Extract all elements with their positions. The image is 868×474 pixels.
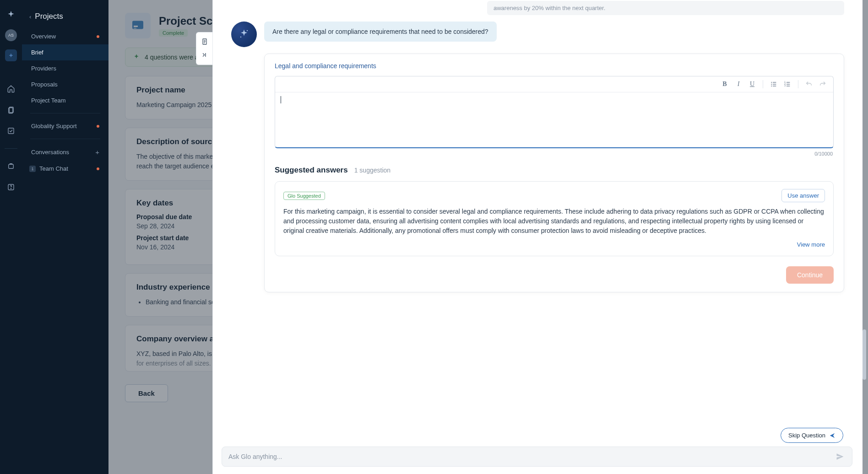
- sidebar-item-label: Overview: [31, 33, 56, 40]
- bold-button[interactable]: B: [720, 79, 730, 89]
- editor-toolbar: B I U 123: [275, 76, 833, 92]
- inbox-icon[interactable]: [5, 160, 17, 172]
- svg-point-14: [771, 84, 772, 85]
- assistant-message-row: Are there any legal or compliance requir…: [231, 22, 844, 47]
- collapse-right-icon[interactable]: [201, 52, 208, 59]
- check-square-icon[interactable]: [5, 124, 17, 137]
- avatar-initials: AS: [8, 33, 14, 38]
- toolbar-separator: [763, 80, 763, 88]
- scrollbar-thumb[interactable]: [863, 329, 866, 380]
- suggested-count: 1 suggestion: [354, 167, 391, 174]
- suggestion-card: Glo Suggested Use answer For this market…: [275, 181, 834, 256]
- svg-rect-15: [773, 84, 776, 84]
- skip-question-button[interactable]: Skip Question: [781, 428, 843, 443]
- rail-separator: [5, 148, 17, 149]
- view-more-link[interactable]: View more: [797, 241, 825, 248]
- sidebar-item-overview[interactable]: Overview: [22, 28, 108, 44]
- continue-button[interactable]: Continue: [786, 266, 834, 284]
- help-icon[interactable]: [5, 181, 17, 194]
- sidebar-separator: [30, 113, 100, 113]
- document-icon[interactable]: [201, 38, 208, 45]
- svg-text:3: 3: [784, 85, 786, 87]
- sidebar-item-label: Conversations: [31, 149, 69, 156]
- editor-textarea[interactable]: [275, 92, 833, 147]
- suggested-answers-header: Suggested answers 1 suggestion: [275, 166, 834, 175]
- user-avatar[interactable]: AS: [5, 29, 17, 41]
- clipboard-icon[interactable]: [5, 103, 17, 116]
- scrollbar-track: [863, 0, 867, 474]
- chat-panel: awareness by 20% within the next quarter…: [212, 0, 863, 474]
- svg-rect-2: [8, 128, 14, 134]
- sidebar-separator: [30, 139, 100, 139]
- chat-body[interactable]: awareness by 20% within the next quarter…: [213, 0, 863, 474]
- sidebar-item-support[interactable]: Globality Support: [22, 118, 108, 134]
- use-answer-button[interactable]: Use answer: [781, 189, 825, 202]
- toolbar-separator: [798, 80, 798, 88]
- svg-point-10: [247, 30, 248, 31]
- answer-field-label: Legal and compliance requirements: [275, 62, 834, 70]
- svg-point-16: [771, 86, 772, 86]
- sidebar-item-label: Proposals: [31, 81, 58, 88]
- svg-point-11: [240, 37, 241, 38]
- add-button[interactable]: [5, 49, 17, 61]
- glo-suggested-chip: Glo Suggested: [283, 192, 325, 200]
- team-chat-badge: 1: [29, 166, 36, 172]
- chat-input[interactable]: [228, 453, 835, 460]
- glo-avatar: [231, 22, 257, 47]
- sidebar-conversations-header[interactable]: Conversations +: [22, 144, 108, 161]
- suggested-title: Suggested answers: [275, 166, 348, 175]
- redo-button[interactable]: [818, 79, 828, 89]
- notification-dot-icon: [97, 125, 99, 128]
- chevron-left-icon: ‹: [29, 13, 31, 20]
- suggestion-text: For this marketing campaign, it is essen…: [283, 207, 825, 236]
- add-conversation-icon[interactable]: +: [95, 148, 99, 156]
- svg-rect-21: [787, 84, 790, 84]
- app-logo-icon[interactable]: [5, 8, 17, 21]
- svg-rect-23: [787, 86, 790, 86]
- panel-collapse-tab: [196, 32, 212, 65]
- notification-dot-icon: [97, 35, 99, 38]
- svg-rect-3: [9, 164, 14, 168]
- sidebar-item-label: Providers: [31, 65, 56, 72]
- svg-point-5: [11, 188, 11, 189]
- chat-input-bar: [222, 447, 852, 467]
- ordered-list-button[interactable]: 123: [782, 79, 792, 89]
- sidebar-item-label: Globality Support: [31, 123, 77, 129]
- underline-button[interactable]: U: [747, 79, 757, 89]
- sidebar: ‹ Projects Overview Brief Providers Prop…: [22, 0, 108, 474]
- character-count: 0/10000: [275, 148, 834, 156]
- undo-button[interactable]: [804, 79, 814, 89]
- text-cursor: [281, 96, 281, 103]
- send-button[interactable]: [835, 451, 846, 462]
- svg-rect-13: [773, 82, 776, 82]
- sidebar-item-label: Brief: [31, 49, 43, 56]
- home-icon[interactable]: [5, 82, 17, 95]
- rich-text-editor: B I U 123: [275, 76, 834, 148]
- question-bubble: Are there any legal or compliance requir…: [264, 22, 497, 42]
- sparkle-icon: [238, 28, 250, 41]
- send-icon: [829, 432, 835, 439]
- sidebar-item-project-team[interactable]: Project Team: [22, 92, 108, 108]
- bullet-list-button[interactable]: [769, 79, 779, 89]
- sidebar-back[interactable]: ‹ Projects: [22, 8, 108, 28]
- sidebar-item-label: Project Team: [31, 97, 66, 104]
- italic-button[interactable]: I: [733, 79, 743, 89]
- sidebar-item-team-chat[interactable]: 1 Team Chat: [22, 161, 108, 177]
- sidebar-item-label: Team Chat: [39, 165, 68, 172]
- notification-dot-icon: [97, 167, 99, 170]
- svg-point-12: [771, 82, 772, 83]
- answer-card: Legal and compliance requirements B I U …: [264, 54, 844, 292]
- previous-answer-snippet: awareness by 20% within the next quarter…: [487, 1, 844, 15]
- icon-rail: AS: [0, 0, 22, 474]
- skip-label: Skip Question: [788, 432, 825, 439]
- sidebar-title: Projects: [35, 12, 63, 21]
- sidebar-item-brief[interactable]: Brief: [22, 44, 108, 60]
- sidebar-item-providers[interactable]: Providers: [22, 60, 108, 76]
- sidebar-item-proposals[interactable]: Proposals: [22, 76, 108, 92]
- svg-rect-19: [787, 82, 790, 82]
- svg-rect-17: [773, 86, 776, 86]
